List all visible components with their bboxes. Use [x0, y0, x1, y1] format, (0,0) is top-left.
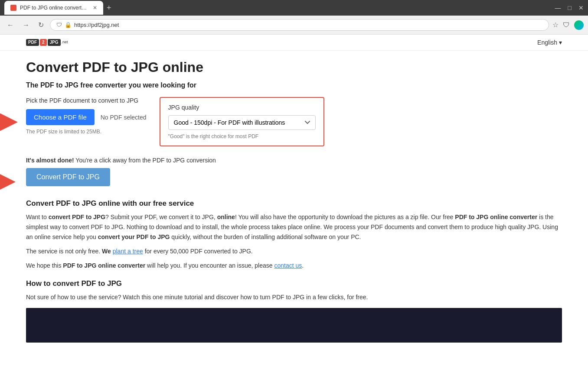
svg-marker-1 — [0, 173, 15, 191]
window-controls: — □ ✕ — [555, 4, 584, 11]
site-logo: PDF 2 JPG .net — [26, 39, 68, 46]
s1p3-part1: We hope this — [26, 262, 63, 269]
video-thumbnail[interactable] — [26, 308, 562, 343]
browser-tab[interactable]: PDF to JPG online converter - C ✕ — [4, 1, 103, 15]
red-arrow-2 — [0, 173, 15, 191]
section2-paragraph1: Not sure of how to use the service? Watc… — [26, 292, 562, 302]
s1p1-bold4: convert your PDF to JPG — [98, 233, 170, 240]
choose-file-button[interactable]: Choose a PDF file — [26, 109, 95, 125]
forward-button[interactable]: → — [20, 19, 32, 31]
file-section: Pick the PDF document to convert to JPG … — [26, 97, 147, 135]
minimize-button[interactable]: — — [555, 4, 561, 11]
red-arrow-1 — [0, 113, 17, 131]
tab-title: PDF to JPG online converter - C — [20, 5, 89, 11]
main-area: Convert PDF to JPG online The PDF to JPG… — [0, 59, 588, 352]
url-text: https://pdf2jpg.net — [74, 22, 119, 28]
profile-icon — [574, 20, 584, 30]
shield-icon: 🛡 — [56, 22, 62, 28]
s1p2-part2: for every 50,000 PDF converted to JPG. — [143, 248, 253, 255]
chevron-down-icon: ▾ — [559, 39, 562, 46]
s1p1-part1: Want to — [26, 214, 49, 220]
s1p1-part3: ! You will also have the opportunity to … — [235, 214, 455, 220]
s1p3-part2: will help you. If you encounter an issue… — [145, 262, 274, 269]
address-bar[interactable]: 🛡 🔒 https://pdf2jpg.net — [50, 19, 549, 31]
site-header: PDF 2 JPG .net English ▾ — [0, 35, 588, 51]
svg-marker-0 — [0, 113, 17, 131]
bookmark-icon[interactable]: ☆ — [552, 21, 559, 29]
service-description-section: Convert PDF to JPG online with our free … — [26, 199, 562, 271]
tab-bar: PDF to JPG online converter - C ✕ + — □ … — [0, 0, 588, 16]
section1-paragraph2: The service is not only free. We plant a… — [26, 246, 562, 256]
language-label: English — [537, 39, 557, 46]
s1p2-bold1: We — [102, 248, 113, 255]
file-pick-label: Pick the PDF document to convert to JPG — [26, 97, 147, 104]
contact-us-link[interactable]: contact us — [274, 262, 302, 269]
s1p1-part5: quickly, without the burden of installin… — [170, 233, 361, 240]
s1p1-bold1: convert PDF to JPG — [49, 214, 105, 220]
no-file-selected-text: No PDF selected — [101, 114, 147, 121]
converter-section: Pick the PDF document to convert to JPG … — [26, 97, 562, 146]
tab-close-button[interactable]: ✕ — [93, 5, 97, 11]
extension-icon: 🛡 — [563, 21, 570, 29]
page-wrapper: PDF 2 JPG .net English ▾ Convert PDF to … — [0, 35, 588, 352]
maximize-button[interactable]: □ — [568, 4, 572, 11]
s1p2-part1: The service is not only free. — [26, 248, 102, 255]
s1p3-bold: PDF to JPG online converter — [63, 262, 145, 269]
quality-select[interactable]: Good - 150dpi - For PDF with illustratio… — [168, 115, 316, 130]
language-selector[interactable]: English ▾ — [537, 39, 562, 46]
convert-button[interactable]: Convert PDF to JPG — [26, 168, 110, 186]
s1p1-part2: ? Submit your PDF, we convert it to JPG, — [105, 214, 217, 220]
convert-section: It's almost done! You're a click away fr… — [26, 157, 562, 186]
almost-done-bold: It's almost done! — [26, 157, 74, 164]
tab-favicon — [10, 5, 16, 11]
page-title: Convert PDF to JPG online — [26, 59, 562, 75]
how-to-section: How to convert PDF to JPG Not sure of ho… — [26, 279, 562, 342]
refresh-button[interactable]: ↻ — [36, 19, 46, 31]
plant-a-tree-link[interactable]: plant a tree — [113, 248, 143, 255]
s1p3-end: . — [302, 262, 304, 269]
quality-box: JPG quality Good - 150dpi - For PDF with… — [160, 97, 324, 146]
section1-paragraph1: Want to convert PDF to JPG? Submit your … — [26, 212, 562, 242]
section1-title: Convert PDF to JPG online with our free … — [26, 199, 562, 208]
new-tab-button[interactable]: + — [103, 3, 115, 13]
file-pick-row: Choose a PDF file No PDF selected — [26, 109, 147, 125]
almost-done-text: It's almost done! You're a click away fr… — [26, 157, 562, 164]
close-button[interactable]: ✕ — [578, 4, 584, 11]
back-button[interactable]: ← — [4, 19, 16, 31]
nav-right-icons: ☆ 🛡 — [552, 20, 584, 30]
lock-icon: 🔒 — [65, 22, 72, 28]
almost-done-suffix: You're a click away from the PDF to JPG … — [74, 157, 216, 164]
page-subtitle: The PDF to JPG free converter you were l… — [26, 81, 562, 89]
quality-hint: "Good" is the right choice for most PDF — [168, 133, 316, 139]
size-limit-text: The PDF size is limited to 25MB. — [26, 129, 147, 135]
logo-icon: PDF 2 JPG .net — [26, 39, 68, 46]
nav-bar: ← → ↻ 🛡 🔒 https://pdf2jpg.net ☆ 🛡 — [0, 16, 588, 35]
s1p1-bold3: PDF to JPG online converter — [455, 214, 537, 220]
s1p1-bold2: online — [217, 214, 235, 220]
section1-paragraph3: We hope this PDF to JPG online converter… — [26, 261, 562, 271]
section2-title: How to convert PDF to JPG — [26, 279, 562, 288]
quality-label: JPG quality — [168, 104, 316, 111]
